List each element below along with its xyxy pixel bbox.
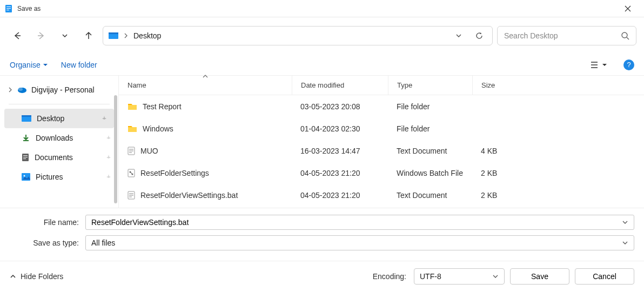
title-bar: Save as bbox=[0, 0, 644, 17]
refresh-button[interactable] bbox=[472, 28, 487, 43]
svg-rect-3 bbox=[6, 10, 9, 10]
chevron-down-icon bbox=[492, 273, 499, 280]
address-bar[interactable]: Desktop bbox=[103, 26, 493, 45]
content-area: Digvijay - Personal Desktop Downloads Do… bbox=[0, 76, 644, 208]
breadcrumb-root[interactable] bbox=[109, 32, 118, 39]
sidebar-item-pictures[interactable]: Pictures bbox=[0, 167, 118, 187]
chevron-right-icon bbox=[124, 32, 128, 39]
file-icon bbox=[128, 191, 135, 200]
file-row[interactable]: ResetFolderSettings04-05-2023 21:20Windo… bbox=[119, 162, 644, 184]
savetype-label: Save as type: bbox=[10, 239, 85, 247]
sidebar-item-desktop[interactable]: Desktop bbox=[4, 109, 114, 128]
search-icon bbox=[621, 31, 629, 40]
file-icon bbox=[128, 169, 135, 177]
svg-rect-5 bbox=[109, 32, 118, 34]
cancel-button[interactable]: Cancel bbox=[575, 268, 634, 285]
svg-rect-1 bbox=[6, 6, 11, 7]
up-button[interactable] bbox=[79, 26, 98, 45]
file-type: Text Document bbox=[388, 147, 472, 155]
sidebar-scrollbar[interactable] bbox=[114, 95, 117, 203]
column-date[interactable]: Date modified bbox=[292, 76, 388, 95]
column-name[interactable]: Name bbox=[119, 76, 292, 95]
svg-rect-10 bbox=[22, 115, 31, 117]
chevron-down-icon bbox=[622, 219, 628, 226]
notepad-icon bbox=[4, 4, 13, 13]
file-icon bbox=[128, 147, 135, 155]
sidebar-top-label: Digvijay - Personal bbox=[31, 85, 95, 94]
file-type: Text Document bbox=[388, 191, 472, 200]
help-button[interactable]: ? bbox=[623, 59, 634, 70]
file-name: ResetFolderSettings bbox=[140, 169, 209, 177]
file-date: 16-03-2023 14:47 bbox=[292, 147, 388, 155]
pin-icon bbox=[105, 174, 112, 180]
hide-folders-button[interactable]: Hide Folders bbox=[10, 272, 63, 281]
encoding-select[interactable]: UTF-8 bbox=[414, 268, 505, 285]
sidebar: Digvijay - Personal Desktop Downloads Do… bbox=[0, 76, 119, 208]
file-rows: Test Report03-05-2023 20:08File folderWi… bbox=[119, 95, 644, 208]
savetype-field[interactable]: All files bbox=[85, 235, 634, 250]
sidebar-item-label: Pictures bbox=[36, 173, 63, 181]
address-dropdown[interactable] bbox=[451, 28, 466, 43]
file-row[interactable]: MUO16-03-2023 14:47Text Document4 KB bbox=[119, 140, 644, 162]
column-headers: Name Date modified Type Size bbox=[119, 76, 644, 95]
svg-point-6 bbox=[622, 32, 627, 38]
file-date: 04-05-2023 21:20 bbox=[292, 191, 388, 200]
toolbar: Organise New folder ? bbox=[0, 54, 644, 76]
filename-field[interactable] bbox=[85, 215, 634, 230]
file-type: File folder bbox=[388, 124, 472, 133]
pictures-icon bbox=[22, 173, 30, 181]
desktop-icon bbox=[22, 115, 31, 122]
file-list: Name Date modified Type Size Test Report… bbox=[119, 76, 644, 208]
file-row[interactable]: Windows01-04-2023 02:30File folder bbox=[119, 117, 644, 140]
sidebar-item-documents[interactable]: Documents bbox=[0, 148, 118, 167]
file-type: File folder bbox=[388, 102, 472, 111]
new-folder-button[interactable]: New folder bbox=[61, 61, 97, 69]
encoding-value: UTF-8 bbox=[420, 272, 441, 281]
documents-icon bbox=[22, 153, 29, 162]
navigation-row: Desktop bbox=[0, 17, 644, 54]
forward-button[interactable] bbox=[31, 26, 51, 45]
svg-rect-14 bbox=[23, 158, 26, 159]
file-name: MUO bbox=[140, 147, 158, 155]
breadcrumb-location[interactable]: Desktop bbox=[133, 31, 161, 40]
save-button[interactable]: Save bbox=[510, 268, 569, 285]
window-title: Save as bbox=[17, 5, 615, 12]
svg-point-8 bbox=[18, 88, 23, 91]
sidebar-top-item[interactable]: Digvijay - Personal bbox=[0, 80, 118, 100]
hide-folders-label: Hide Folders bbox=[21, 272, 63, 281]
view-options-button[interactable] bbox=[588, 59, 611, 71]
search-input[interactable] bbox=[504, 31, 621, 40]
pin-icon bbox=[105, 135, 112, 141]
pin-icon bbox=[101, 115, 108, 122]
search-box[interactable] bbox=[497, 26, 636, 45]
downloads-icon bbox=[22, 134, 30, 142]
savetype-value: All files bbox=[91, 239, 115, 247]
file-type: Windows Batch File bbox=[388, 169, 472, 177]
onedrive-icon bbox=[17, 86, 27, 94]
file-name: Windows bbox=[143, 124, 173, 133]
recent-dropdown[interactable] bbox=[55, 26, 75, 45]
sidebar-item-label: Desktop bbox=[37, 114, 64, 123]
sidebar-item-downloads[interactable]: Downloads bbox=[0, 128, 118, 148]
file-date: 01-04-2023 02:30 bbox=[292, 124, 388, 133]
svg-point-16 bbox=[24, 175, 25, 177]
svg-rect-12 bbox=[23, 155, 28, 156]
column-type[interactable]: Type bbox=[388, 76, 472, 95]
svg-rect-2 bbox=[6, 8, 11, 9]
sort-indicator-icon bbox=[203, 75, 208, 78]
new-folder-label: New folder bbox=[61, 61, 97, 69]
file-date: 03-05-2023 20:08 bbox=[292, 102, 388, 111]
file-name: ResetFolderViewSettings.bat bbox=[140, 191, 238, 200]
chevron-down-icon bbox=[622, 240, 628, 246]
file-row[interactable]: ResetFolderViewSettings.bat04-05-2023 21… bbox=[119, 184, 644, 206]
chevron-up-icon bbox=[10, 273, 16, 280]
column-size[interactable]: Size bbox=[472, 76, 524, 95]
pin-icon bbox=[105, 154, 112, 161]
organise-menu[interactable]: Organise bbox=[10, 61, 48, 69]
back-button[interactable] bbox=[8, 26, 27, 45]
sidebar-item-label: Documents bbox=[35, 153, 73, 162]
close-button[interactable] bbox=[615, 0, 640, 17]
file-icon bbox=[128, 102, 137, 111]
file-row[interactable]: Test Report03-05-2023 20:08File folder bbox=[119, 95, 644, 117]
filename-input[interactable] bbox=[91, 218, 622, 227]
